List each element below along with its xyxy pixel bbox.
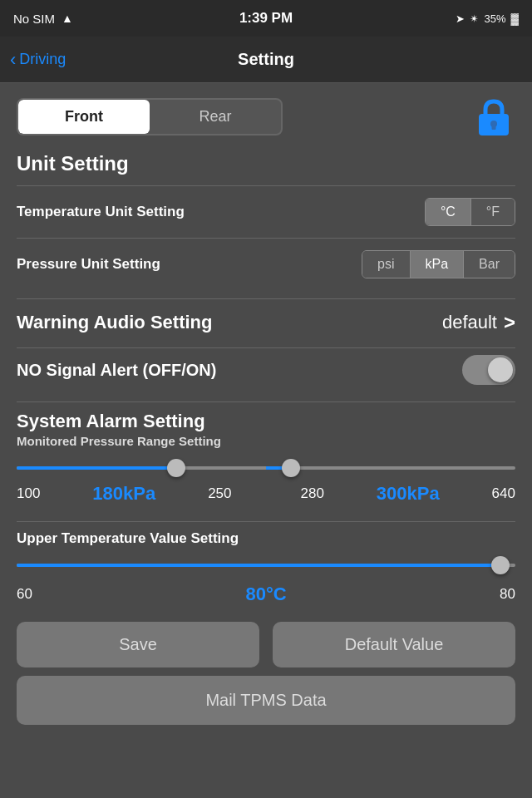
temp-fahrenheit-btn[interactable]: °F <box>470 199 515 225</box>
slider-bg-right <box>17 466 515 470</box>
temp-slider-section: Upper Temperature Value Setting <box>0 513 532 547</box>
no-signal-section: NO Signal Alert (OFF/ON) <box>0 339 532 393</box>
warning-audio-value-text: default <box>442 312 497 333</box>
warning-audio-chevron: > <box>504 311 515 334</box>
bluetooth-icon: ✴ <box>470 12 479 25</box>
pressure-slider-labels: 100 180kPa 250 280 300kPa 640 <box>17 480 515 513</box>
slider-thumb-2[interactable] <box>282 459 300 477</box>
svg-rect-2 <box>492 124 496 130</box>
segment-front[interactable]: Front <box>18 100 150 134</box>
warning-audio-row[interactable]: Warning Audio Setting default > <box>17 298 515 339</box>
temp-slider-bg <box>17 564 515 567</box>
default-value-button[interactable]: Default Value <box>273 622 515 667</box>
status-bar: No SIM ▲ 1:39 PM ➤ ✴ 35% ▓ <box>0 0 532 37</box>
temp-min-label: 60 <box>17 586 32 603</box>
lock-icon-wrap[interactable] <box>472 95 515 141</box>
back-arrow-icon: ‹ <box>10 51 16 69</box>
system-alarm-title: System Alarm Setting <box>17 401 515 434</box>
pressure-bar-btn[interactable]: Bar <box>463 251 515 278</box>
segment-control: Front Rear <box>17 98 283 135</box>
temp-slider-labels: 60 80°C 80 <box>17 580 515 613</box>
segment-wrap: Front Rear <box>0 83 532 144</box>
wifi-icon: ▲ <box>62 12 73 25</box>
system-alarm-subtitle: Monitored Pressure Range Setting <box>17 434 515 448</box>
location-icon: ➤ <box>456 12 465 25</box>
pressure-min-label: 100 <box>17 485 40 502</box>
status-left: No SIM ▲ <box>13 12 73 26</box>
battery-label: 35% <box>484 12 505 25</box>
pressure-psi-btn[interactable]: psi <box>362 251 409 278</box>
pressure-mid1-label: 250 <box>208 485 231 502</box>
lock-icon <box>472 95 515 138</box>
status-time: 1:39 PM <box>239 10 293 27</box>
mail-tpms-button[interactable]: Mail TPMS Data <box>17 676 515 725</box>
action-buttons-row: Save Default Value <box>0 613 532 676</box>
temp-max-label: 80 <box>500 586 515 603</box>
pressure-slider-section: 100 180kPa 250 280 300kPa 640 <box>0 456 532 513</box>
unit-setting-section: Unit Setting Temperature Unit Setting °C… <box>0 144 532 290</box>
dual-slider-container <box>17 456 515 480</box>
pressure-unit-label: Pressure Unit Setting <box>17 256 362 273</box>
save-button[interactable]: Save <box>17 622 259 667</box>
back-button[interactable]: ‹ Driving <box>10 51 66 69</box>
status-right: ➤ ✴ 35% ▓ <box>456 12 519 25</box>
temp-slider-thumb[interactable] <box>491 556 510 574</box>
back-label: Driving <box>19 51 66 68</box>
pressure-mid2-label: 280 <box>283 485 323 502</box>
temp-value-label: 80°C <box>245 584 286 605</box>
pressure-kpa-btn[interactable]: kPa <box>410 251 464 278</box>
nav-bar: ‹ Driving Setting <box>0 37 532 83</box>
no-signal-row: NO Signal Alert (OFF/ON) <box>17 347 515 393</box>
pressure-max-label: 640 <box>492 485 515 502</box>
carrier-label: No SIM <box>13 12 55 26</box>
temp-slider-wrap: 60 80°C 80 <box>0 554 532 613</box>
temperature-unit-label: Temperature Unit Setting <box>17 204 425 220</box>
content-area: Front Rear Unit Setting Temperature Unit… <box>0 83 532 798</box>
unit-setting-title: Unit Setting <box>17 152 515 175</box>
warning-audio-value: default > <box>442 311 515 334</box>
battery-icon: ▓ <box>511 12 519 25</box>
pressure-value2-label: 300kPa <box>377 483 440 505</box>
toggle-knob <box>488 357 513 382</box>
pressure-unit-row: Pressure Unit Setting psi kPa Bar <box>17 238 515 290</box>
temp-slider-fill <box>17 564 500 567</box>
page-title: Setting <box>238 50 294 69</box>
warning-audio-section: Warning Audio Setting default > <box>0 290 532 339</box>
temperature-unit-row: Temperature Unit Setting °C °F <box>17 185 515 238</box>
system-alarm-section: System Alarm Setting Monitored Pressure … <box>0 393 532 448</box>
pressure-unit-toggle: psi kPa Bar <box>362 250 515 278</box>
temp-slider-container <box>17 554 515 577</box>
warning-audio-label: Warning Audio Setting <box>17 312 212 333</box>
temp-slider-title: Upper Temperature Value Setting <box>17 521 515 547</box>
segment-rear[interactable]: Rear <box>150 100 281 134</box>
no-signal-label: NO Signal Alert (OFF/ON) <box>17 361 216 380</box>
temp-celsius-btn[interactable]: °C <box>426 199 470 225</box>
pressure-value1-label: 180kPa <box>92 483 155 505</box>
no-signal-toggle[interactable] <box>462 355 515 385</box>
temperature-unit-toggle: °C °F <box>425 198 515 226</box>
